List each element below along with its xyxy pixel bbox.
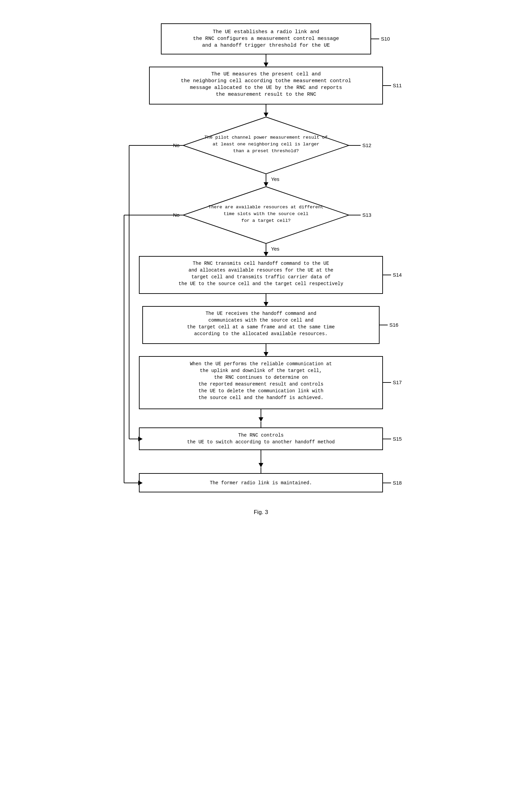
s11-line2: the neighboring cell according tothe mea… [181, 78, 351, 84]
flowchart-svg: The UE establishes a radio link and the … [106, 14, 426, 757]
diagram-container: The UE establishes a radio link and the … [114, 14, 418, 757]
svg-marker-23 [264, 352, 268, 356]
svg-marker-11 [264, 182, 268, 187]
s18-text: The former radio link is maintained. [210, 480, 312, 485]
svg-marker-3 [264, 62, 268, 67]
s13-line1: There are available resources at differe… [209, 205, 323, 210]
s10-line3: and a handoff trigger threshold for the … [202, 43, 330, 48]
svg-marker-7 [264, 113, 268, 117]
svg-marker-42 [259, 463, 263, 467]
s11-line1: The UE measures the present cell and [211, 71, 321, 77]
s14-line4: the UE to the source cell and the target… [178, 281, 343, 287]
s11-line4: the measurement result to the RNC [216, 92, 316, 97]
s15-line2: the UE to switch according to another ha… [187, 439, 335, 445]
s10-line2: the RNC configures a measurement control… [193, 36, 339, 42]
s12-label: S12 [362, 142, 372, 148]
s12-yes-label: Yes [271, 176, 279, 182]
s13-line2: time slots with the source cell [223, 211, 308, 217]
s10-line1: The UE establishes a radio link and [213, 29, 319, 35]
s11-label: S11 [393, 82, 402, 88]
s17-line2: the uplink and downlink of the target ce… [200, 368, 322, 373]
s13-line3: for a target cell? [241, 218, 291, 223]
svg-marker-39 [259, 417, 263, 422]
s17-line1: When the UE performs the reliable commun… [190, 361, 332, 367]
s17-label: S17 [393, 380, 402, 385]
s17-line6: the source cell and the handoff is achie… [198, 395, 323, 400]
figure-caption: Fig. 3 [254, 509, 268, 515]
s17-line5: the UE to delete the communication link … [198, 388, 323, 394]
svg-marker-15 [264, 252, 268, 256]
s12-line2: at least one neighboring cell is larger [213, 142, 319, 147]
s10-label: S10 [381, 36, 390, 42]
s16-line4: according to the allocated available res… [194, 331, 328, 336]
s12-line1: The pilot channel power measurement resu… [205, 135, 328, 140]
s14-line3: target cell and transmits traffic carrie… [191, 274, 330, 280]
s16-label: S16 [390, 322, 399, 328]
s16-line1: The UE receives the handoff command and [206, 311, 316, 316]
s17-line3: the RNC continues to determine on [214, 375, 308, 380]
s17-line4: the reported measurement result and cont… [198, 382, 323, 387]
s18-label: S18 [393, 480, 402, 485]
s15-line1: The RNC controls [238, 433, 284, 438]
s14-label: S14 [393, 272, 402, 278]
svg-marker-19 [264, 302, 268, 307]
s13-label: S13 [362, 212, 372, 218]
s15-label: S15 [393, 436, 402, 442]
s16-line2: communicates with the source cell and [209, 317, 314, 323]
s12-line3: than a preset threshold? [233, 148, 299, 153]
s11-line3: message allocated to the UE by the RNC a… [190, 85, 342, 91]
s14-line2: and allocates available resources for th… [189, 268, 333, 273]
s13-yes-label: Yes [271, 246, 279, 252]
s16-line3: the target cell at a same frame and at t… [187, 324, 335, 330]
s14-line1: The RNC transmits cell handoff command t… [193, 261, 329, 266]
svg-rect-26 [139, 428, 383, 450]
